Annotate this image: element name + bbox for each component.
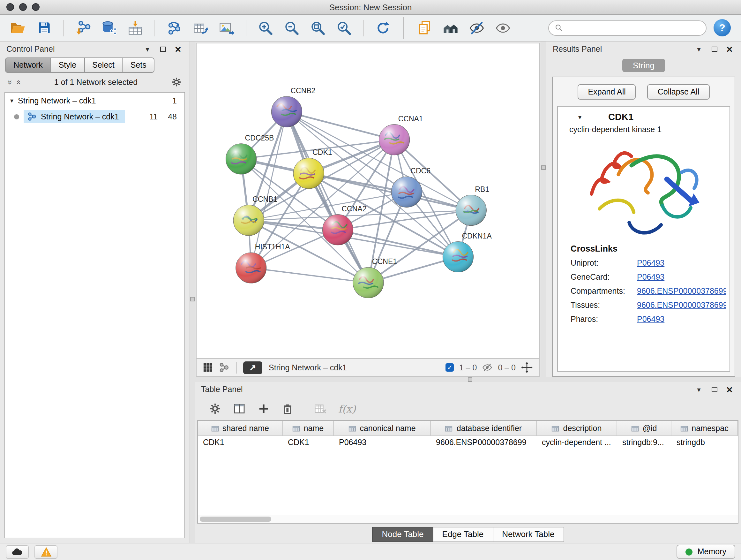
collapse-panel-icon[interactable]: ▾ — [694, 45, 704, 53]
save-session-button[interactable] — [32, 16, 56, 39]
zoom-out-button[interactable] — [280, 16, 303, 39]
gene-description: cyclin-dependent kinase 1 — [558, 123, 730, 135]
network-counts: 11 48 — [149, 112, 179, 121]
crosslink-link[interactable]: P06493 — [637, 273, 726, 282]
close-panel-icon[interactable]: ✕ — [173, 44, 183, 54]
hide-selected-button[interactable] — [465, 16, 488, 39]
network-options-gear-icon[interactable] — [171, 77, 182, 87]
column-header[interactable]: database identifier — [431, 421, 537, 435]
gene-header[interactable]: ▾ CDK1 — [558, 107, 730, 123]
network-tree: ▾ String Network – cdk1 1 String Network… — [4, 92, 185, 538]
network-node[interactable]: HIST1H1A — [236, 243, 290, 283]
splitter-control-network[interactable] — [190, 42, 195, 543]
column-header[interactable]: canonical name — [334, 421, 431, 435]
export-network-button[interactable]: ↗ — [243, 361, 262, 374]
zoom-window-button[interactable] — [32, 3, 40, 11]
close-panel-icon[interactable]: ✕ — [724, 44, 735, 54]
close-panel-icon[interactable]: ✕ — [724, 385, 735, 394]
cloud-status-button[interactable] — [6, 545, 29, 558]
toolbar-search[interactable] — [548, 20, 706, 36]
table-body[interactable]: CDK1CDK1P064939606.ENSP00000378699cyclin… — [198, 436, 738, 515]
zoom-in-button[interactable] — [254, 16, 277, 39]
open-session-button[interactable] — [6, 16, 29, 39]
selected-network-chip[interactable]: String Network – cdk1 — [23, 110, 125, 123]
import-network-from-database-button[interactable] — [98, 16, 121, 39]
function-builder-icon[interactable]: f(x) — [338, 402, 356, 415]
minimize-window-button[interactable] — [19, 3, 27, 11]
hidden-eye-slash-icon[interactable] — [482, 362, 493, 373]
float-panel-icon[interactable] — [709, 386, 719, 393]
network-node[interactable]: CCNB2 — [271, 86, 315, 127]
collapse-panel-icon[interactable]: ▾ — [142, 45, 152, 53]
expand-all-networks-icon[interactable]: » — [7, 80, 13, 84]
collapse-all-networks-icon[interactable]: » — [15, 80, 22, 84]
search-input[interactable] — [567, 23, 700, 32]
warnings-button[interactable] — [35, 545, 57, 558]
tab-sets[interactable]: Sets — [122, 57, 155, 73]
tab-style[interactable]: Style — [51, 57, 85, 73]
create-column-plus-icon[interactable] — [257, 402, 270, 415]
help-button[interactable]: ? — [714, 19, 731, 37]
table-horizontal-scrollbar[interactable] — [198, 515, 738, 523]
tab-network-table[interactable]: Network Table — [492, 527, 564, 542]
tab-select[interactable]: Select — [84, 57, 123, 73]
splitter-network-table[interactable] — [195, 377, 741, 382]
crosslink-link[interactable]: 9606.ENSP00000378699 — [637, 301, 726, 310]
new-network-button[interactable] — [163, 16, 186, 39]
table-panel: Table Panel ▾ ✕ f(x) shared namenamecano… — [195, 382, 741, 543]
selected-checkbox-icon[interactable]: ✓ — [446, 363, 454, 372]
float-panel-icon[interactable] — [709, 45, 719, 53]
memory-button[interactable]: Memory — [677, 545, 735, 559]
copy-button[interactable] — [413, 16, 436, 39]
delete-column-trash-icon[interactable] — [281, 402, 293, 415]
show-all-button[interactable] — [491, 16, 515, 39]
crosslink-link[interactable]: P06493 — [637, 315, 726, 324]
tab-string[interactable]: String — [622, 59, 665, 72]
close-window-button[interactable] — [6, 3, 14, 11]
main-area: Control Panel ▾ ✕ NetworkStyleSelectSets… — [0, 42, 741, 543]
collapse-all-button[interactable]: Collapse All — [648, 84, 710, 100]
first-neighbors-button[interactable] — [439, 16, 462, 39]
column-header[interactable]: shared name — [198, 421, 283, 435]
crosslink-link[interactable]: P06493 — [637, 259, 726, 267]
expand-all-button[interactable]: Expand All — [578, 84, 636, 100]
column-header[interactable]: @id — [617, 421, 671, 435]
delete-table-icon[interactable] — [314, 402, 327, 415]
gene-collapse-icon[interactable]: ▾ — [578, 113, 582, 120]
title-bar: Session: New Session — [0, 0, 741, 15]
birdseye-view-icon[interactable] — [219, 362, 230, 373]
float-panel-icon[interactable] — [158, 45, 168, 53]
refresh-button[interactable] — [372, 16, 394, 39]
network-row-selected[interactable]: String Network – cdk1 11 48 — [5, 109, 185, 125]
import-network-from-file-button[interactable] — [71, 16, 94, 39]
column-header[interactable]: name — [283, 421, 334, 435]
zoom-fit-content-button[interactable] — [307, 16, 329, 39]
network-collection-row[interactable]: ▾ String Network – cdk1 1 — [5, 92, 185, 109]
network-node[interactable]: RB1 — [456, 185, 489, 226]
column-header[interactable]: description — [537, 421, 617, 435]
network-node[interactable]: CCNA1 — [379, 115, 423, 155]
show-columns-icon[interactable] — [233, 402, 246, 415]
network-node[interactable]: CDC6 — [391, 167, 430, 207]
tab-node-table[interactable]: Node Table — [372, 527, 433, 542]
fit-selected-crosshair-icon[interactable] — [521, 361, 533, 374]
zoom-selected-button[interactable] — [333, 16, 355, 39]
column-header[interactable]: namespac — [671, 421, 738, 435]
import-table-from-file-button[interactable] — [124, 16, 147, 39]
scrollbar-thumb[interactable] — [200, 516, 271, 522]
table-row[interactable]: CDK1CDK1P064939606.ENSP00000378699cyclin… — [198, 436, 738, 450]
tab-network[interactable]: Network — [5, 57, 51, 73]
export-image-button[interactable] — [215, 16, 238, 39]
collapse-panel-icon[interactable]: ▾ — [694, 385, 704, 394]
table-options-gear-icon[interactable] — [209, 402, 221, 415]
collection-expand-icon[interactable]: ▾ — [10, 97, 13, 104]
network-graph[interactable]: CCNB2CCNA1CDC25BCDK1CDC6RB1CCNB1CCNA2CDK… — [197, 44, 539, 358]
splitter-network-results[interactable] — [541, 42, 546, 377]
network-node[interactable]: CCNB1 — [233, 195, 277, 236]
network-canvas[interactable]: CCNB2CCNA1CDC25BCDK1CDC6RB1CCNB1CCNA2CDK… — [196, 43, 540, 359]
grid-view-icon[interactable] — [203, 363, 212, 372]
tab-edge-table[interactable]: Edge Table — [433, 527, 493, 542]
new-network-table-button[interactable] — [189, 16, 212, 39]
network-node[interactable]: CDKN1A — [443, 232, 492, 272]
crosslink-link[interactable]: 9606.ENSP00000378699 — [637, 287, 726, 296]
